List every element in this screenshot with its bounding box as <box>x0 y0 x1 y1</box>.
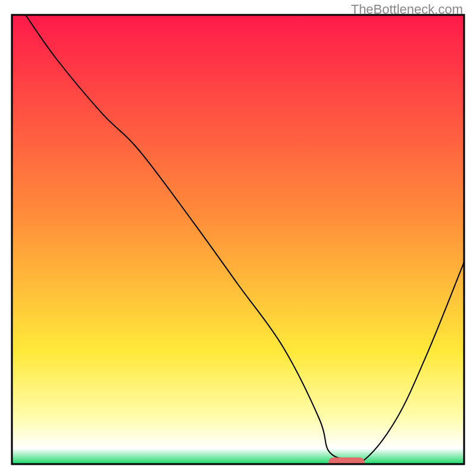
optimal-marker <box>328 458 365 466</box>
gradient-background <box>12 15 464 464</box>
bottleneck-chart <box>0 0 476 476</box>
watermark-text: TheBottleneck.com <box>351 2 463 17</box>
chart-container: TheBottleneck.com <box>0 0 476 476</box>
